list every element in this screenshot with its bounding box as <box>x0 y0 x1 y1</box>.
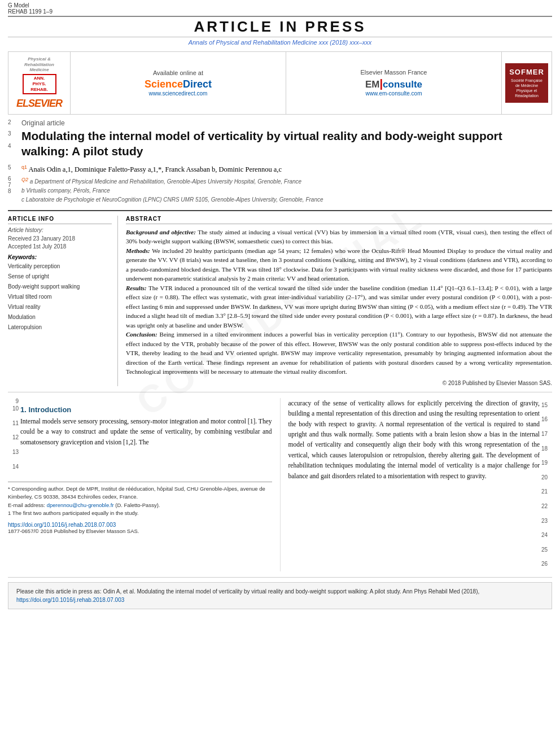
intro-left-text: Internal models serve sensory processing… <box>20 416 272 447</box>
results-text: The VTR induced a pronounced tilt of the… <box>126 285 552 329</box>
em-consulte-url: www.em-consulte.com <box>365 90 422 97</box>
available-text: Available online at <box>153 69 203 76</box>
corresponding-footnote: * Corresponding author. Dept de MPR, Ins… <box>8 485 272 501</box>
results-label: Results: <box>126 285 147 291</box>
authors-line: q1 Anaïs Odin a,1, Dominique Faletto-Pas… <box>21 164 282 174</box>
accepted-date: Accepted 1st July 2018 <box>8 243 112 250</box>
q2-label: Q2 <box>21 177 28 182</box>
issn-line: 1877-0657/© 2018 Published by Elsevier M… <box>8 528 272 534</box>
email-footnote: E-mail address: dperennou@chu-grenoble.f… <box>8 501 272 509</box>
g-model: G Model REHAB 1199 1–9 <box>8 2 53 15</box>
line-18: 18 <box>541 442 552 456</box>
article-title: Modulating the internal model of vertica… <box>21 128 552 159</box>
body-right-col: accuracy of the sense of verticality all… <box>281 398 553 571</box>
line-23: 23 <box>541 514 552 528</box>
top-header: G Model REHAB 1199 1–9 <box>0 0 560 16</box>
affiliation-a: a Department of Physical Medicine and Re… <box>30 178 301 185</box>
keywords-label: Keywords: <box>8 254 112 260</box>
sofmer-section: SOFMER Société Françaisede MédecinePhysi… <box>502 52 552 114</box>
article-info-title: ARTICLE INFO <box>8 216 112 224</box>
article-info-abstract-section: ARTICLE INFO Article history: Received 2… <box>8 210 552 386</box>
doi-link: https://doi.org/10.1016/j.rehab.2018.07.… <box>8 522 272 528</box>
elsevier-logo: ELSEVIER <box>16 98 62 110</box>
line-12: 12 <box>8 430 19 445</box>
article-in-press-bar: ARTICLE IN PRESS <box>8 16 552 37</box>
article-type-label: Original article <box>21 119 65 127</box>
affiliations: Q2 a Department of Physical Medicine and… <box>21 176 323 204</box>
footnotes: * Corresponding author. Dept de MPR, Ins… <box>8 482 272 517</box>
methods-text: We included 20 healthy participants (med… <box>126 247 552 282</box>
line-22: 22 <box>541 499 552 514</box>
equal-contrib-footnote: 1 The first two authors participated equ… <box>8 509 272 517</box>
keyword-1: Verticality perception <box>8 261 112 272</box>
line-15: 15 <box>541 398 552 413</box>
doi-section: https://doi.org/10.1016/j.rehab.2018.07.… <box>8 522 272 534</box>
line-16: 16 <box>541 412 552 427</box>
cite-link: https://doi.org/10.1016/j.rehab.2018.07.… <box>16 597 124 603</box>
keyword-4: Virtual tilted room <box>8 292 112 302</box>
line-26: 26 <box>541 557 552 571</box>
introduction-section: 9 10 1. Introduction 11 12 13 14 <box>8 398 552 571</box>
line-20: 20 <box>541 470 552 485</box>
sciencedirect-section: Available online at ScienceDirect www.sc… <box>71 52 286 114</box>
received-date: Received 23 January 2018 <box>8 234 112 243</box>
authors-text: Anaïs Odin a,1, Dominique Faletto-Passy … <box>28 166 282 174</box>
line-13: 13 <box>8 445 19 460</box>
section-divider <box>8 392 552 392</box>
copyright-line: © 2018 Published by Elsevier Masson SAS. <box>126 380 552 386</box>
conclusion-label: Conclusion: <box>126 331 158 338</box>
intro-section-heading: 1. Introduction <box>20 405 71 414</box>
keyword-7: Lateropulsion <box>8 322 112 333</box>
sciencedirect-logo: ScienceDirect <box>145 78 212 90</box>
line-10: 10 <box>12 405 19 412</box>
cite-text: Please cite this article in press as: Od… <box>16 588 479 595</box>
article-info-col: ARTICLE INFO Article history: Received 2… <box>8 216 118 386</box>
em-consulte-logo: EM|consulte <box>365 78 422 90</box>
abstract-title: ABSTRACT <box>126 216 552 224</box>
bottom-divider <box>8 577 552 578</box>
intro-right-text: accuracy of the sense of verticality all… <box>288 398 540 481</box>
publisher-banner: Physical &RehabilitationMedicine ANN.PHY… <box>8 51 552 115</box>
body-left-col: 9 10 1. Introduction 11 12 13 14 <box>8 398 281 571</box>
line-17: 17 <box>541 427 552 442</box>
line-11: 11 <box>8 416 19 431</box>
line-24: 24 <box>541 528 552 543</box>
affiliation-c: c Laboratoire de Psychologie et NeuroCog… <box>21 196 323 203</box>
abstract-text: Background and objective: The study aime… <box>126 228 552 377</box>
line-9: 9 <box>15 398 19 404</box>
em-consulte-section: Elsevier Masson France EM|consulte www.e… <box>286 52 502 114</box>
line-19: 19 <box>541 456 552 470</box>
affiliation-b: b Virtualis company, Pérols, France <box>21 187 110 194</box>
sciencedirect-url: www.sciencedirect.com <box>149 90 208 97</box>
line-25: 25 <box>541 543 552 557</box>
journal-title-bar: Annals of Physical and Rehabilitation Me… <box>0 37 560 48</box>
line-14: 14 <box>8 460 19 474</box>
keyword-2: Sense of upright <box>8 272 112 282</box>
keyword-5: Virtual reality <box>8 302 112 312</box>
background-label: Background and objective: <box>126 229 196 235</box>
elsevier-logo-section: Physical &RehabilitationMedicine ANN.PHY… <box>8 52 71 114</box>
elsevier-masson-text: Elsevier Masson France <box>361 69 427 76</box>
keywords-list: Verticality perception Sense of upright … <box>8 261 112 333</box>
methods-label: Methods: <box>126 247 150 254</box>
conclusion-text: Being immersed in a tilted environment i… <box>126 331 552 375</box>
q1-label: q1 <box>21 164 27 170</box>
line-21: 21 <box>541 484 552 499</box>
keyword-3: Body-weight support walking <box>8 282 112 292</box>
abstract-col: ABSTRACT Background and objective: The s… <box>126 216 552 386</box>
citation-box: Please cite this article in press as: Od… <box>8 582 552 609</box>
keyword-6: Modulation <box>8 312 112 322</box>
article-history-label: Article history: <box>8 227 112 233</box>
